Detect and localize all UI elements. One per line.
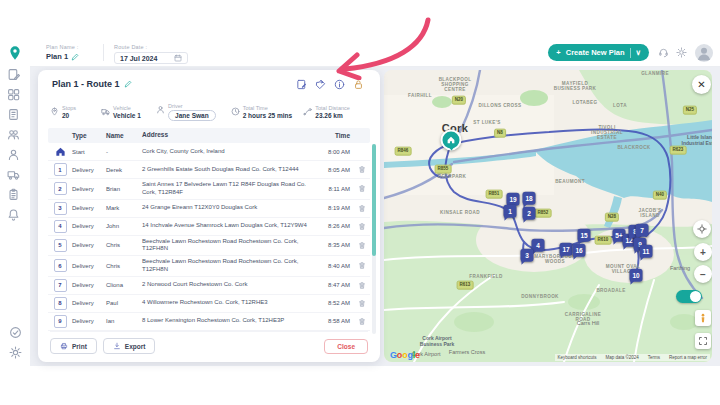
road-badge: R846 xyxy=(395,147,412,156)
trash-icon[interactable] xyxy=(358,281,366,290)
person-icon xyxy=(156,105,165,114)
edit-route-icon[interactable] xyxy=(124,80,132,88)
table-row[interactable]: 2DeliveryBrianSaint Annes 17 Belvedere L… xyxy=(48,179,370,200)
support-icon[interactable] xyxy=(658,47,669,58)
trash-icon[interactable] xyxy=(358,165,366,174)
stop-number-badge: 5 xyxy=(54,239,67,252)
truck-icon xyxy=(101,107,110,116)
sidebar-item-customers[interactable] xyxy=(7,148,20,161)
cell-type: Delivery xyxy=(72,223,106,229)
table-row[interactable]: 3DeliveryMark24 Grange Eireann T12X0Y0 D… xyxy=(48,200,370,218)
cell-name: Derek xyxy=(106,167,142,173)
sidebar xyxy=(0,40,30,366)
trash-icon[interactable] xyxy=(358,317,366,326)
create-new-plan-button[interactable]: + Create New Plan ∨ xyxy=(548,44,649,61)
trash-icon[interactable] xyxy=(358,222,366,231)
stat-value: 2 hours 25 mins xyxy=(243,112,293,119)
sidebar-item-orders[interactable] xyxy=(7,188,20,201)
stop-number-badge: 3 xyxy=(54,202,67,215)
sidebar-item-dashboard[interactable] xyxy=(7,88,20,101)
cell-name: - xyxy=(106,149,142,155)
zoom-out-button[interactable]: − xyxy=(694,265,712,283)
cell-type: Delivery xyxy=(72,300,106,306)
info-icon[interactable] xyxy=(334,79,345,90)
trash-icon[interactable] xyxy=(358,241,366,250)
table-row[interactable]: Start-Cork City, County Cork, Ireland8:0… xyxy=(48,143,370,161)
stop-marker-7[interactable]: 7 xyxy=(636,224,649,237)
trash-icon[interactable] xyxy=(358,299,366,308)
attribution-item[interactable]: Terms xyxy=(648,355,660,360)
stat-value[interactable]: Jane Swan xyxy=(168,110,216,121)
table-row[interactable]: 6DeliveryChrisBeechvale Lawn Rochestown … xyxy=(48,256,370,277)
sidebar-item-team[interactable] xyxy=(7,128,20,141)
cell-time: 8:26 AM xyxy=(318,223,350,229)
edit-plan-name-icon[interactable] xyxy=(71,53,79,61)
cell-name: Chris xyxy=(106,263,142,269)
stat-total-time: Total Time2 hours 25 mins xyxy=(231,105,304,119)
table-row[interactable]: 8DeliveryPaul4 Willowmere Rochestown Co.… xyxy=(48,295,370,313)
print-button[interactable]: Print xyxy=(50,338,97,354)
sidebar-item-notifications[interactable] xyxy=(7,208,20,221)
cell-type: Delivery xyxy=(72,205,106,211)
stop-marker-17[interactable]: 17 xyxy=(560,243,573,256)
scrollbar-thumb[interactable] xyxy=(372,144,376,256)
plan-name-label: Plan Name : xyxy=(46,44,79,50)
close-button[interactable]: Close xyxy=(324,339,368,354)
table-row[interactable]: 5DeliveryChrisBeechvale Lawn Rochestown … xyxy=(48,236,370,257)
fullscreen-button[interactable] xyxy=(695,333,711,349)
attribution-item[interactable]: Keyboard shortcuts xyxy=(558,355,597,360)
stop-marker-1[interactable]: 1 xyxy=(504,205,517,218)
trash-icon[interactable] xyxy=(358,261,366,270)
sidebar-item-reports[interactable] xyxy=(7,108,20,121)
stat-label: Total Distance xyxy=(315,105,350,111)
sidebar-item-vehicles[interactable] xyxy=(7,168,20,181)
map-toggle[interactable] xyxy=(676,290,702,303)
table-row[interactable]: 9DeliveryIan8 Lower Kensington Rochestow… xyxy=(48,313,370,331)
cell-name: John xyxy=(106,223,142,229)
street-view-pegman[interactable] xyxy=(695,310,711,326)
cell-address: 14 Inchvale Avenue Shamrock Lawn Douglas… xyxy=(142,222,318,230)
table-row[interactable]: 7DeliveryCliona2 Norwood Court Rochestow… xyxy=(48,277,370,295)
cell-type: Delivery xyxy=(72,263,106,269)
table-scrollbar[interactable] xyxy=(372,144,376,334)
route-date-field[interactable]: 17 Jul 2024 xyxy=(114,52,188,64)
attribution-item: Map data ©2024 xyxy=(605,355,638,360)
stop-marker-18[interactable]: 18 xyxy=(523,192,536,205)
cell-address: Beechvale Lawn Rochestown Road Rochestow… xyxy=(142,258,318,274)
stop-marker-3[interactable]: 3 xyxy=(521,249,534,262)
stop-marker-16[interactable]: 16 xyxy=(573,244,586,257)
trash-icon[interactable] xyxy=(358,204,366,213)
map-close-button[interactable]: ✕ xyxy=(692,75,711,94)
sidebar-item-activity[interactable] xyxy=(9,326,22,339)
stop-marker-10[interactable]: 10 xyxy=(630,269,643,282)
road-badge: N25 xyxy=(683,106,697,115)
stop-marker-15[interactable]: 15 xyxy=(578,229,591,242)
attribution-item[interactable]: Report a map error xyxy=(669,355,707,360)
table-row[interactable]: 4DeliveryJohn14 Inchvale Avenue Shamrock… xyxy=(48,218,370,236)
chevron-down-icon[interactable]: ∨ xyxy=(636,48,642,57)
export-button[interactable]: Export xyxy=(103,338,156,354)
stat-vehicle: VehicleVehicle 1 xyxy=(101,105,156,119)
avatar[interactable] xyxy=(695,44,713,62)
gear-icon[interactable] xyxy=(676,47,687,58)
lock-icon[interactable] xyxy=(353,79,364,90)
printer-icon xyxy=(60,342,68,350)
road-badge: N40 xyxy=(653,191,667,200)
cell-type: Start xyxy=(72,149,106,155)
locate-button[interactable] xyxy=(693,220,711,238)
route-stats: Stops20VehicleVehicle 1DriverJane SwanTo… xyxy=(50,98,372,126)
tag-icon[interactable] xyxy=(315,79,326,90)
map-panel[interactable]: CorkBLACKPOOL SHOPPING CENTREFAIRHILLDIL… xyxy=(384,70,712,362)
stop-marker-2[interactable]: 2 xyxy=(523,207,536,220)
table-row[interactable]: 1DeliveryDerek2 Greenhills Estate South … xyxy=(48,161,370,179)
zoom-in-button[interactable]: + xyxy=(694,243,712,261)
sidebar-item-route-edit[interactable] xyxy=(7,68,20,81)
start-marker[interactable] xyxy=(441,129,462,150)
note-icon[interactable] xyxy=(296,79,307,90)
sidebar-item-logo-pin[interactable] xyxy=(7,45,23,61)
stop-marker-4[interactable]: 4 xyxy=(532,239,545,252)
stop-marker-11[interactable]: 11 xyxy=(640,245,653,258)
route-footer: Print Export Close xyxy=(50,331,368,354)
sidebar-item-settings[interactable] xyxy=(9,346,22,359)
trash-icon[interactable] xyxy=(358,184,366,193)
